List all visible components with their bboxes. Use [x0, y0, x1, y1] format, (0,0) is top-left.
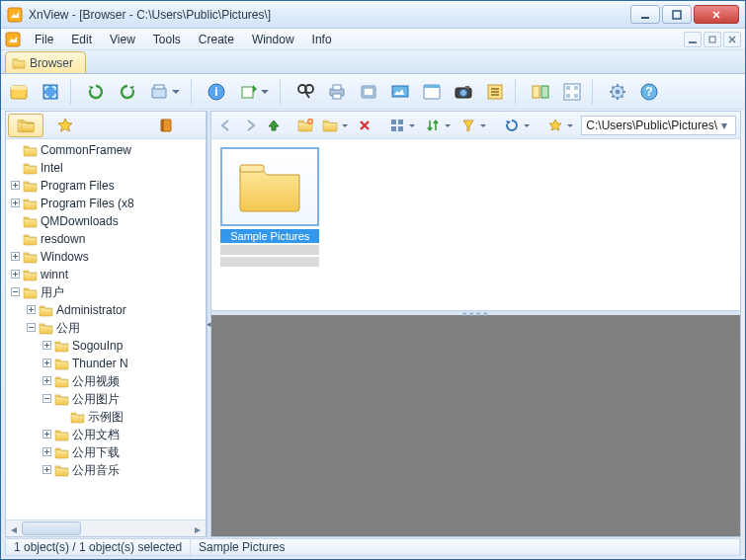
collapse-icon[interactable] [24, 322, 38, 335]
info-button[interactable]: i [203, 78, 230, 106]
preview-pane[interactable]: ▾▾▾▾ [211, 311, 740, 536]
tree-node-label: Program Files (x8 [41, 197, 138, 210]
acquire-button[interactable] [145, 78, 185, 106]
scroll-right-arrow[interactable]: ▸ [190, 520, 206, 537]
expand-icon[interactable] [8, 198, 22, 210]
tab-favorites[interactable] [47, 114, 83, 137]
favorites-button[interactable] [543, 115, 577, 136]
scroll-thumb[interactable] [22, 521, 81, 535]
tab-browser[interactable]: Browser [5, 51, 86, 73]
up-button[interactable] [263, 115, 285, 136]
tree-node-label: 公用图片 [72, 391, 124, 408]
tree-node[interactable]: Program Files (x8 [6, 195, 206, 212]
print-button[interactable] [323, 78, 351, 106]
refresh-button[interactable] [500, 115, 534, 136]
splitter-grip[interactable]: ▾▾▾▾ [462, 309, 490, 319]
tree-node[interactable]: Intel [6, 159, 206, 177]
tab-folders[interactable] [8, 114, 43, 137]
tree-node-label: CommonFramew [41, 143, 135, 157]
forward-button[interactable] [239, 115, 261, 136]
collapse-icon[interactable] [8, 286, 22, 299]
folder-tree[interactable]: CommonFramewIntelProgram FilesProgram Fi… [6, 139, 206, 520]
search-button[interactable] [291, 78, 319, 106]
expand-icon[interactable] [40, 358, 53, 370]
svg-rect-2 [641, 17, 649, 19]
tree-node[interactable]: winnt [6, 266, 206, 283]
tree-node-label: SogouInp [72, 339, 126, 353]
close-button[interactable] [694, 5, 739, 24]
menu-edit[interactable]: Edit [63, 31, 100, 48]
tree-node[interactable]: 用户 [6, 283, 206, 301]
tree-node[interactable]: CommonFramew [6, 141, 206, 159]
copy-to-button[interactable] [318, 115, 352, 136]
address-bar[interactable]: C:\Users\Public\Pictures\ ▾ [581, 116, 736, 135]
new-folder-button[interactable] [294, 115, 316, 136]
menu-tools[interactable]: Tools [145, 31, 189, 48]
expand-icon[interactable] [24, 304, 38, 317]
menu-file[interactable]: File [27, 31, 61, 48]
tree-node[interactable]: resdown [6, 230, 206, 248]
fullscreen-button[interactable] [37, 78, 64, 106]
tree-node[interactable]: 公用 [6, 319, 206, 337]
menu-view[interactable]: View [102, 31, 143, 48]
webpage-button[interactable] [418, 78, 446, 106]
settings-button[interactable] [604, 78, 631, 106]
view-mode-button[interactable] [385, 115, 419, 136]
back-button[interactable] [215, 115, 237, 136]
address-text: C:\Users\Public\Pictures\ [586, 119, 717, 132]
scroll-left-arrow[interactable]: ◂ [6, 520, 22, 537]
compare-button[interactable] [527, 78, 554, 106]
tree-node[interactable]: 示例图 [6, 408, 206, 426]
tree-node[interactable]: 公用视频 [6, 372, 206, 390]
tree-node[interactable]: SogouInp [6, 337, 206, 355]
minimize-button[interactable] [630, 5, 660, 24]
svg-rect-61 [240, 165, 264, 172]
open-button[interactable] [5, 78, 33, 106]
menu-create[interactable]: Create [191, 31, 242, 48]
menu-info[interactable]: Info [304, 31, 340, 48]
tree-node[interactable]: Administrator [6, 301, 206, 319]
scan-button[interactable] [355, 78, 382, 106]
sort-button[interactable] [421, 115, 455, 136]
expand-icon[interactable] [40, 429, 53, 441]
thumb-sample-pictures[interactable]: Sample Pictures [219, 147, 320, 267]
tree-node[interactable]: Program Files [6, 177, 206, 195]
tree-node[interactable]: QMDownloads [6, 212, 206, 230]
contact-sheet-button[interactable] [558, 78, 586, 106]
mdi-close-button[interactable] [723, 32, 741, 47]
expand-icon[interactable] [40, 340, 53, 353]
tree-node[interactable]: 公用下载 [6, 443, 206, 461]
options-button[interactable] [481, 78, 509, 106]
tree-node[interactable]: 公用图片 [6, 390, 206, 408]
capture-button[interactable] [450, 78, 477, 106]
maximize-button[interactable] [662, 5, 692, 24]
expand-icon[interactable] [40, 446, 53, 459]
tab-categories[interactable] [148, 114, 184, 137]
tree-h-scrollbar[interactable]: ◂ ▸ [6, 520, 206, 536]
slideshow-button[interactable] [386, 78, 414, 106]
folder-icon [23, 269, 38, 281]
titlebar[interactable]: XnView - [Browser - C:\Users\Public\Pict… [1, 1, 745, 29]
tree-node[interactable]: 公用文档 [6, 426, 206, 443]
expand-icon[interactable] [8, 180, 22, 193]
convert-button[interactable] [234, 78, 274, 106]
filter-button[interactable] [456, 115, 490, 136]
help-button[interactable]: ? [635, 78, 663, 106]
mdi-minimize-button[interactable] [684, 32, 702, 47]
mdi-restore-button[interactable] [704, 32, 721, 47]
rotate-ccw-button[interactable] [82, 78, 110, 106]
thumbnail-pane[interactable]: Sample Pictures [211, 139, 740, 311]
rotate-cw-button[interactable] [114, 78, 141, 106]
expand-icon[interactable] [40, 375, 53, 388]
tree-node[interactable]: Thunder N [6, 355, 206, 372]
menu-window[interactable]: Window [244, 31, 302, 48]
tree-node[interactable]: Windows [6, 248, 206, 266]
tree-node[interactable]: 公用音乐 [6, 461, 206, 479]
collapse-icon[interactable] [40, 393, 53, 406]
svg-rect-32 [566, 86, 570, 90]
expand-icon[interactable] [8, 269, 22, 281]
expand-icon[interactable] [40, 464, 53, 477]
expand-icon[interactable] [8, 251, 22, 264]
delete-button[interactable] [354, 115, 375, 136]
address-dropdown-icon[interactable]: ▾ [717, 119, 731, 132]
